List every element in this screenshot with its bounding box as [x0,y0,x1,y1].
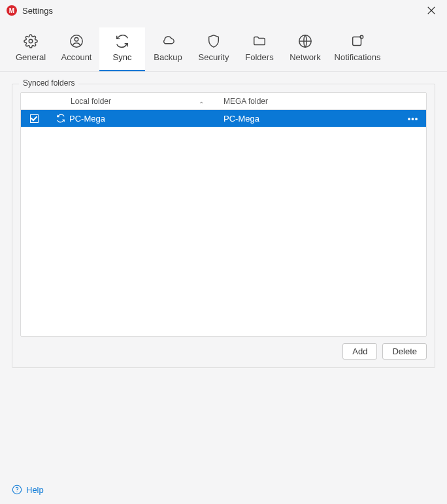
account-icon [69,34,84,48]
tab-notifications[interactable]: Notifications [328,27,387,71]
tab-sync[interactable]: Sync [99,27,145,71]
row-mega-folder: PC-Mega [224,114,259,124]
table-row[interactable]: PC-Mega PC-Mega ••• [21,110,426,127]
tab-backup[interactable]: Backup [145,27,191,71]
sync-icon [56,114,65,123]
tab-label: Security [199,52,229,62]
button-row: Add Delete [20,343,427,360]
close-icon [427,6,436,15]
row-local-folder: PC-Mega [69,114,105,124]
table-body: PC-Mega PC-Mega ••• [21,110,426,336]
tab-label: Account [61,52,92,62]
tab-general[interactable]: General [8,27,54,71]
sync-icon [115,34,129,48]
col-header-local-label: Local folder [71,97,111,106]
help-label: Help [26,485,44,495]
chevron-up-icon: ⌃ [199,101,204,108]
tab-label: Backup [154,52,182,62]
svg-point-4 [74,38,78,42]
tab-bar: General Account Sync Backup Security Fol… [0,21,447,72]
notification-icon [350,34,365,48]
svg-point-9 [16,492,17,492]
app-icon: M [7,5,17,16]
content-area: Synced folders Local folder ⌃ MEGA folde… [0,72,447,368]
table-header: Local folder ⌃ MEGA folder [21,93,426,110]
shield-icon [207,34,221,48]
row-checkbox[interactable] [30,114,39,123]
col-header-mega-label: MEGA folder [224,97,268,106]
tab-security[interactable]: Security [191,27,237,71]
svg-point-7 [360,35,363,39]
tab-label: Folders [245,52,273,62]
tab-account[interactable]: Account [54,27,99,71]
help-icon [12,484,22,495]
col-header-mega[interactable]: MEGA folder [224,97,400,106]
tab-label: General [16,52,46,62]
tab-label: Network [290,52,321,62]
tab-folders[interactable]: Folders [237,27,282,71]
cloud-icon [161,34,175,48]
more-icon: ••• [408,114,419,124]
titlebar: M Settings [0,0,447,21]
tab-label: Notifications [335,52,381,62]
folders-icon [252,34,267,48]
add-button[interactable]: Add [342,343,377,360]
synced-folders-table: Local folder ⌃ MEGA folder [20,92,427,337]
col-header-local[interactable]: Local folder ⌃ [47,97,224,106]
section-label: Synced folders [19,78,78,88]
gear-icon [24,34,38,48]
svg-point-2 [29,39,33,43]
delete-button[interactable]: Delete [382,343,427,360]
tab-label: Sync [113,52,132,62]
window-title: Settings [22,6,422,16]
svg-rect-6 [353,37,361,46]
tab-network[interactable]: Network [282,27,328,71]
globe-icon [298,34,312,48]
row-actions-button[interactable]: ••• [400,114,426,124]
help-link[interactable]: Help [12,484,44,495]
close-button[interactable] [422,1,440,20]
synced-folders-group: Synced folders Local folder ⌃ MEGA folde… [12,84,435,368]
